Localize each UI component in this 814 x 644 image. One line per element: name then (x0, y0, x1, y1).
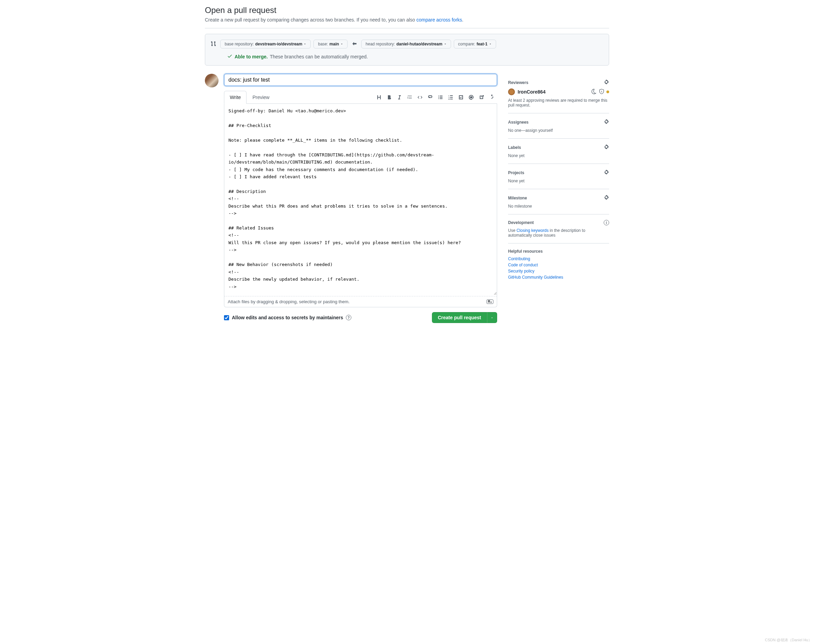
gear-icon[interactable] (604, 119, 609, 125)
resource-link-security[interactable]: Security policy (508, 269, 609, 273)
labels-title: Labels (508, 145, 521, 150)
info-icon[interactable]: i (604, 220, 609, 225)
resources-title: Helpful resources (508, 249, 543, 254)
gear-icon[interactable] (604, 144, 609, 150)
allow-edits-label: Allow edits and access to secrets by mai… (232, 315, 343, 320)
development-title: Development (508, 220, 533, 225)
projects-title: Projects (508, 170, 524, 175)
git-compare-icon (211, 41, 216, 48)
quote-icon[interactable] (407, 95, 412, 100)
create-pr-button[interactable]: Create pull request (432, 312, 487, 323)
resource-link-conduct[interactable]: Code of conduct (508, 262, 609, 267)
gear-icon[interactable] (604, 79, 609, 86)
pending-dot-icon (606, 90, 609, 93)
compare-value: feat-1 (477, 41, 487, 46)
sidebar: Reviewers IronCore864 At least 2 approvi… (508, 74, 609, 285)
reviewer-avatar (508, 89, 515, 95)
development-text: Use Closing keywords in the description … (508, 228, 609, 238)
resource-link-guidelines[interactable]: GitHub Community Guidelines (508, 275, 609, 280)
pr-title-input[interactable] (224, 74, 497, 86)
code-icon[interactable] (417, 95, 423, 100)
subtitle-prefix: Create a new pull request by comparing c… (205, 17, 416, 23)
caret-down-icon (491, 317, 494, 319)
caret-down-icon (304, 43, 306, 45)
milestone-title: Milestone (508, 196, 527, 201)
head-repo-value: daniel-hutao/devstream (396, 41, 443, 46)
page-subtitle: Create a new pull request by comparing c… (205, 17, 609, 23)
milestone-text: No milestone (508, 204, 609, 209)
shield-icon (599, 89, 604, 95)
compare-box: base repository: devstream-io/devstream … (205, 34, 609, 66)
allow-edits-checkbox[interactable] (224, 315, 229, 320)
md-toolbar (376, 95, 497, 100)
header-divider (205, 28, 609, 28)
assignees-title: Assignees (508, 120, 529, 125)
subtitle-suffix: . (462, 17, 463, 23)
head-repo-label: head repository: (366, 41, 395, 46)
reply-icon[interactable] (489, 95, 494, 100)
gear-icon[interactable] (604, 195, 609, 201)
tab-preview[interactable]: Preview (247, 91, 275, 103)
page-title: Open a pull request (205, 5, 609, 15)
compare-forks-link[interactable]: compare across forks (416, 17, 462, 23)
resource-link-contributing[interactable]: Contributing (508, 256, 609, 261)
create-pr-dropdown[interactable] (487, 312, 497, 323)
tasklist-icon[interactable] (458, 95, 464, 100)
base-label: base: (318, 41, 328, 46)
base-repo-value: devstream-io/devstream (255, 41, 302, 46)
ul-icon[interactable] (438, 95, 443, 100)
arrow-left-icon (350, 41, 359, 48)
reviewers-note: At least 2 approving reviews are require… (508, 98, 609, 107)
base-branch-select[interactable]: base: main (313, 40, 347, 49)
ol-icon[interactable] (448, 95, 454, 100)
attach-hint[interactable]: Attach files by dragging & dropping, sel… (228, 299, 350, 304)
bold-icon[interactable] (386, 95, 392, 100)
merge-status-note: These branches can be automatically merg… (270, 54, 368, 60)
compare-branch-select[interactable]: compare: feat-1 (454, 40, 496, 49)
merge-status-text: Able to merge. (235, 54, 268, 60)
help-icon[interactable]: ? (346, 315, 351, 320)
link-icon[interactable] (428, 95, 433, 100)
gear-icon[interactable] (604, 169, 609, 176)
base-value: main (330, 41, 339, 46)
allow-edits-row[interactable]: Allow edits and access to secrets by mai… (224, 315, 351, 320)
tab-write[interactable]: Write (224, 91, 247, 104)
avatar (205, 74, 219, 87)
base-repo-label: base repository: (225, 41, 254, 46)
reviewers-title: Reviewers (508, 80, 528, 85)
base-repo-select[interactable]: base repository: devstream-io/devstream (220, 40, 311, 49)
mention-icon[interactable] (469, 95, 474, 100)
moon-icon (592, 89, 597, 95)
closing-keywords-link[interactable]: Closing keywords (517, 228, 549, 233)
svg-point-0 (601, 91, 602, 92)
reviewer-name[interactable]: IronCore864 (518, 89, 546, 95)
italic-icon[interactable] (397, 95, 402, 100)
projects-text: None yet (508, 179, 609, 183)
crossref-icon[interactable] (479, 95, 484, 100)
caret-down-icon (489, 43, 492, 45)
body-wrap: Attach files by dragging & dropping, sel… (224, 104, 497, 307)
dev-prefix: Use (508, 228, 517, 233)
heading-icon[interactable] (376, 95, 382, 100)
head-repo-select[interactable]: head repository: daniel-hutao/devstream (361, 40, 451, 49)
svg-rect-1 (602, 92, 602, 92)
labels-text: None yet (508, 153, 609, 158)
tabs: Write Preview (224, 91, 275, 103)
caret-down-icon (340, 43, 343, 45)
pr-body-textarea[interactable] (224, 104, 497, 295)
caret-down-icon (444, 43, 447, 45)
assignees-text[interactable]: No one—assign yourself (508, 128, 609, 133)
compare-label: compare: (458, 41, 475, 46)
merge-status: Able to merge. These branches can be aut… (227, 53, 603, 60)
markdown-icon[interactable]: M↓ (487, 299, 494, 304)
check-icon (227, 53, 233, 60)
